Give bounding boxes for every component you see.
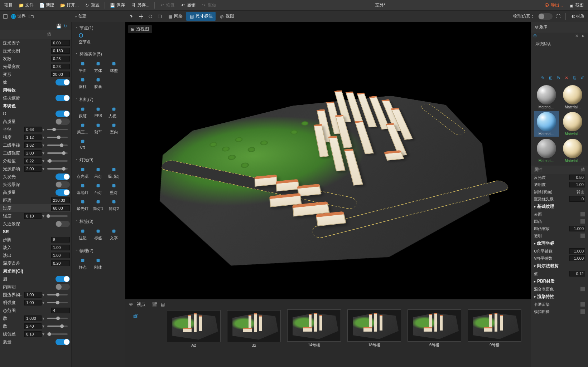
create-group-header[interactable]: ⌃ 节点(1) xyxy=(75,24,121,33)
prop-group-label[interactable]: PBR材质 xyxy=(537,278,555,284)
create-item-pendant[interactable]: 吊灯 xyxy=(91,165,106,180)
prop-value[interactable]: 2.00 xyxy=(24,150,42,156)
prop-value[interactable]: 4 xyxy=(51,308,70,313)
save-button[interactable]: 💾保存 xyxy=(108,1,127,9)
matprop-value[interactable]: 1.00 xyxy=(569,182,585,187)
prop-toggle[interactable] xyxy=(56,95,70,101)
save-props-icon[interactable]: 💾 xyxy=(56,24,61,29)
scale-tool[interactable] xyxy=(155,13,164,20)
material-cell[interactable]: Material... xyxy=(534,84,559,110)
prop-toggle[interactable] xyxy=(56,339,70,345)
create-item-tag[interactable]: 标签 xyxy=(91,227,106,241)
matprop-value[interactable]: 0.50 xyxy=(569,175,585,180)
refresh-props-icon[interactable]: ↻ xyxy=(63,24,68,29)
create-item-spot[interactable]: 聚光灯 xyxy=(75,197,90,212)
move-tool[interactable] xyxy=(137,13,145,20)
recover-button[interactable]: ↶恢复 xyxy=(158,1,177,9)
collapse-lib-icon[interactable]: ▸ xyxy=(581,33,586,38)
prop-toggle[interactable] xyxy=(56,111,70,117)
material-pick-icon[interactable]: ✎ xyxy=(540,75,546,81)
grid-tab[interactable]: ▦网格 xyxy=(165,12,185,21)
create-item-sphere[interactable]: 球型 xyxy=(106,59,121,74)
prop-group-label[interactable]: 基础纹理 xyxy=(537,204,554,210)
prop-value[interactable]: 1.62 xyxy=(24,142,42,148)
matprop-chip[interactable] xyxy=(580,212,585,217)
create-item-target[interactable]: 跟随 xyxy=(75,105,90,119)
create-item-desk[interactable]: 台灯 xyxy=(91,181,106,196)
prop-slider[interactable] xyxy=(47,160,68,162)
matprop-value[interactable]: 背面 xyxy=(577,189,585,195)
prop-value[interactable]: 1.00 xyxy=(51,253,70,258)
viewport-badge[interactable]: ⊞透视图 xyxy=(128,25,152,33)
prop-group-label[interactable]: 阿尔法裁剪 xyxy=(537,263,559,269)
clapboard-icon[interactable]: 🎬 xyxy=(152,302,157,307)
material-copy-icon[interactable]: ⎘ xyxy=(572,75,577,81)
create-group-header[interactable]: ⌃ 标签(3) xyxy=(75,217,121,226)
world-tab[interactable]: 🌐世界 xyxy=(11,13,26,19)
material-edit-icon[interactable]: ✐ xyxy=(579,75,585,81)
create-item-floor[interactable]: 落地灯 xyxy=(75,181,90,196)
create-item-rigid[interactable]: 刚体 xyxy=(91,256,106,271)
create-item-static[interactable]: 静态 xyxy=(75,256,90,271)
add-material-icon[interactable]: ⊕ xyxy=(533,33,537,38)
prop-slider[interactable] xyxy=(47,326,68,327)
prop-slider[interactable] xyxy=(47,215,68,217)
material-cell[interactable]: Material... xyxy=(560,84,585,110)
prop-slider[interactable] xyxy=(47,318,68,319)
export-button[interactable]: ⦿导出... xyxy=(542,1,565,9)
saveas-button[interactable]: 🗄另存... xyxy=(129,1,151,9)
prop-value[interactable]: 20.00 xyxy=(51,72,70,77)
viewpoint-thumb[interactable]: 14号楼 xyxy=(287,309,341,348)
prop-group-label[interactable]: 纹理坐标 xyxy=(537,240,554,246)
prop-toggle[interactable] xyxy=(56,181,70,188)
prop-value[interactable]: 0.20 xyxy=(51,260,70,266)
matprop-chip[interactable] xyxy=(580,287,585,292)
prop-toggle[interactable] xyxy=(56,173,70,180)
fullscreen-icon[interactable]: ⛶ xyxy=(556,14,560,19)
create-item-ceiling[interactable]: 吸顶灯 xyxy=(106,165,121,180)
prop-value[interactable]: 1.030 xyxy=(24,315,42,321)
matprop-value[interactable]: 0 xyxy=(569,196,585,202)
prop-slider[interactable] xyxy=(47,333,68,335)
material-reload-icon[interactable]: ↻ xyxy=(556,75,562,81)
material-add-icon[interactable]: ⊞ xyxy=(548,75,554,81)
create-item-person[interactable]: 人视... xyxy=(106,105,121,119)
system-default-label[interactable]: 系统默认 xyxy=(531,39,588,49)
undo-button[interactable]: ↶撤销 xyxy=(178,1,198,9)
create-group-header[interactable]: ⌃ 相机(7) xyxy=(75,95,121,104)
prop-value[interactable]: 6.00 xyxy=(51,40,70,46)
prop-value[interactable]: 0.28 xyxy=(51,64,70,69)
viewpoint-thumb[interactable]: 18号楼 xyxy=(347,309,401,348)
prop-value[interactable]: 1.12 xyxy=(24,134,42,140)
prop-toggle[interactable] xyxy=(56,221,70,227)
prop-value[interactable]: 230.00 xyxy=(51,197,70,203)
create-item-cube[interactable]: 方体 xyxy=(91,59,106,74)
material-delete-icon[interactable]: ✕ xyxy=(564,75,569,81)
prop-toggle[interactable] xyxy=(56,79,70,85)
material-cell[interactable]: Material... xyxy=(560,111,585,137)
viewport-3d[interactable]: ⊞透视图 xyxy=(125,22,531,299)
prop-toggle[interactable] xyxy=(56,284,70,290)
redo-button[interactable]: ↷重做 xyxy=(199,1,218,9)
matprop-value[interactable]: 1.000 xyxy=(569,255,585,261)
create-item-cylinder[interactable]: 圆柱 xyxy=(75,75,90,90)
create-item-walk[interactable]: 第三... xyxy=(75,121,90,136)
matprop-value[interactable]: 1.000 xyxy=(569,226,585,231)
matprop-chip[interactable] xyxy=(580,302,585,307)
matprop-value[interactable]: 0.12 xyxy=(569,271,585,277)
prop-slider[interactable] xyxy=(47,168,68,170)
viewpoint-thumb[interactable]: B2 xyxy=(227,310,281,347)
select-tool[interactable] xyxy=(127,13,136,20)
prop-value[interactable]: 0.22 xyxy=(24,158,42,164)
create-group-header[interactable]: ⌃ 物理(2) xyxy=(75,246,121,255)
physics-toggle[interactable] xyxy=(538,13,553,20)
matprop-value[interactable]: 1.000 xyxy=(569,248,585,254)
close-lib-icon[interactable]: ✕ xyxy=(573,33,581,38)
create-item-crosshair[interactable]: FPS xyxy=(91,105,106,119)
create-item-note[interactable]: 注记 xyxy=(75,227,90,241)
create-item-car[interactable]: 驾车 xyxy=(91,121,106,136)
create-item-down2[interactable]: 筒灯2 xyxy=(106,197,121,212)
visibility-icon[interactable]: 👁 xyxy=(129,302,133,307)
prop-value[interactable]: 1.00 xyxy=(24,292,42,298)
view-tab[interactable]: ◎视图 xyxy=(216,12,237,21)
